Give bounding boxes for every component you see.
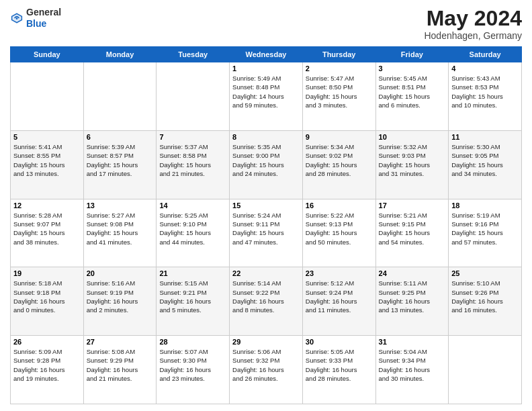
day-number: 14	[159, 201, 226, 210]
day-number: 4	[451, 64, 519, 73]
calendar-cell: 14Sunrise: 5:25 AM Sunset: 9:10 PM Dayli…	[157, 199, 230, 267]
day-number: 29	[232, 338, 300, 346]
svg-point-0	[16, 17, 18, 19]
day-info: Sunrise: 5:41 AM Sunset: 8:55 PM Dayligh…	[13, 142, 81, 178]
day-number: 8	[232, 133, 300, 141]
calendar-cell: 4Sunrise: 5:43 AM Sunset: 8:53 PM Daylig…	[449, 62, 522, 131]
day-number: 6	[87, 133, 154, 141]
day-number: 23	[306, 269, 373, 277]
day-number: 13	[87, 201, 154, 210]
calendar-cell: 17Sunrise: 5:21 AM Sunset: 9:15 PM Dayli…	[375, 199, 449, 267]
day-info: Sunrise: 5:18 AM Sunset: 9:18 PM Dayligh…	[13, 279, 81, 314]
day-info: Sunrise: 5:05 AM Sunset: 9:33 PM Dayligh…	[306, 347, 373, 383]
day-info: Sunrise: 5:08 AM Sunset: 9:29 PM Dayligh…	[87, 347, 154, 383]
day-info: Sunrise: 5:47 AM Sunset: 8:50 PM Dayligh…	[306, 74, 373, 109]
day-number: 12	[13, 201, 81, 210]
day-number: 5	[13, 133, 81, 141]
day-info: Sunrise: 5:04 AM Sunset: 9:34 PM Dayligh…	[379, 347, 446, 383]
day-number: 2	[306, 64, 373, 73]
calendar-cell: 29Sunrise: 5:06 AM Sunset: 9:32 PM Dayli…	[230, 336, 303, 404]
day-number: 17	[379, 201, 446, 210]
day-info: Sunrise: 5:11 AM Sunset: 9:25 PM Dayligh…	[379, 279, 446, 314]
day-info: Sunrise: 5:14 AM Sunset: 9:22 PM Dayligh…	[232, 279, 300, 314]
calendar-cell: 21Sunrise: 5:15 AM Sunset: 9:21 PM Dayli…	[157, 267, 230, 336]
day-number: 19	[13, 269, 81, 277]
calendar-cell: 2Sunrise: 5:47 AM Sunset: 8:50 PM Daylig…	[302, 62, 375, 131]
day-info: Sunrise: 5:43 AM Sunset: 8:53 PM Dayligh…	[451, 74, 519, 109]
calendar-cell: 31Sunrise: 5:04 AM Sunset: 9:34 PM Dayli…	[375, 336, 449, 404]
logo: General Blue	[10, 7, 61, 30]
day-number: 10	[379, 133, 446, 141]
day-number: 11	[451, 133, 519, 141]
days-of-week-row: SundayMondayTuesdayWednesdayThursdayFrid…	[11, 47, 522, 62]
calendar-week-row: 19Sunrise: 5:18 AM Sunset: 9:18 PM Dayli…	[11, 267, 522, 336]
day-of-week-header: Wednesday	[230, 47, 303, 62]
logo-blue: Blue	[26, 18, 46, 29]
day-info: Sunrise: 5:34 AM Sunset: 9:02 PM Dayligh…	[306, 142, 373, 178]
day-info: Sunrise: 5:49 AM Sunset: 8:48 PM Dayligh…	[232, 74, 300, 109]
calendar-cell: 27Sunrise: 5:08 AM Sunset: 9:29 PM Dayli…	[83, 336, 157, 404]
logo-general: General	[26, 7, 61, 17]
calendar-cell: 25Sunrise: 5:10 AM Sunset: 9:26 PM Dayli…	[449, 267, 522, 336]
day-number: 31	[379, 338, 446, 346]
month-title: May 2024	[424, 7, 522, 30]
calendar-cell	[11, 62, 84, 131]
day-info: Sunrise: 5:19 AM Sunset: 9:16 PM Dayligh…	[451, 211, 519, 246]
day-info: Sunrise: 5:27 AM Sunset: 9:08 PM Dayligh…	[87, 211, 154, 246]
calendar-cell: 11Sunrise: 5:30 AM Sunset: 9:05 PM Dayli…	[449, 130, 522, 199]
day-number: 15	[232, 201, 300, 210]
day-info: Sunrise: 5:12 AM Sunset: 9:24 PM Dayligh…	[306, 279, 373, 314]
day-number: 7	[159, 133, 226, 141]
day-number: 25	[451, 269, 519, 277]
calendar-week-row: 26Sunrise: 5:09 AM Sunset: 9:28 PM Dayli…	[11, 336, 522, 404]
day-info: Sunrise: 5:32 AM Sunset: 9:03 PM Dayligh…	[379, 142, 446, 178]
calendar-cell: 1Sunrise: 5:49 AM Sunset: 8:48 PM Daylig…	[230, 62, 303, 131]
calendar-cell: 15Sunrise: 5:24 AM Sunset: 9:11 PM Dayli…	[230, 199, 303, 267]
calendar-week-row: 1Sunrise: 5:49 AM Sunset: 8:48 PM Daylig…	[11, 62, 522, 131]
calendar-cell: 30Sunrise: 5:05 AM Sunset: 9:33 PM Dayli…	[302, 336, 375, 404]
day-info: Sunrise: 5:24 AM Sunset: 9:11 PM Dayligh…	[232, 211, 300, 246]
logo-text: General Blue	[26, 7, 61, 30]
calendar: SundayMondayTuesdayWednesdayThursdayFrid…	[10, 46, 522, 404]
calendar-cell: 24Sunrise: 5:11 AM Sunset: 9:25 PM Dayli…	[375, 267, 449, 336]
day-info: Sunrise: 5:09 AM Sunset: 9:28 PM Dayligh…	[13, 347, 81, 383]
day-info: Sunrise: 5:21 AM Sunset: 9:15 PM Dayligh…	[379, 211, 446, 246]
day-info: Sunrise: 5:45 AM Sunset: 8:51 PM Dayligh…	[379, 74, 446, 109]
calendar-cell: 23Sunrise: 5:12 AM Sunset: 9:24 PM Dayli…	[302, 267, 375, 336]
calendar-cell: 5Sunrise: 5:41 AM Sunset: 8:55 PM Daylig…	[11, 130, 84, 199]
day-number: 30	[306, 338, 373, 346]
day-number: 24	[379, 269, 446, 277]
day-info: Sunrise: 5:30 AM Sunset: 9:05 PM Dayligh…	[451, 142, 519, 178]
day-of-week-header: Thursday	[302, 47, 375, 62]
calendar-cell: 28Sunrise: 5:07 AM Sunset: 9:30 PM Dayli…	[157, 336, 230, 404]
calendar-cell: 16Sunrise: 5:22 AM Sunset: 9:13 PM Dayli…	[302, 199, 375, 267]
day-info: Sunrise: 5:06 AM Sunset: 9:32 PM Dayligh…	[232, 347, 300, 383]
page: General Blue May 2024 Hodenhagen, German…	[0, 0, 532, 411]
calendar-cell: 6Sunrise: 5:39 AM Sunset: 8:57 PM Daylig…	[83, 130, 157, 199]
day-number: 3	[379, 64, 446, 73]
day-info: Sunrise: 5:28 AM Sunset: 9:07 PM Dayligh…	[13, 211, 81, 246]
day-number: 18	[451, 201, 519, 210]
day-number: 22	[232, 269, 300, 277]
calendar-body: 1Sunrise: 5:49 AM Sunset: 8:48 PM Daylig…	[11, 62, 522, 404]
day-info: Sunrise: 5:15 AM Sunset: 9:21 PM Dayligh…	[159, 279, 226, 314]
day-number: 16	[306, 201, 373, 210]
calendar-cell: 18Sunrise: 5:19 AM Sunset: 9:16 PM Dayli…	[449, 199, 522, 267]
day-info: Sunrise: 5:22 AM Sunset: 9:13 PM Dayligh…	[306, 211, 373, 246]
calendar-cell: 26Sunrise: 5:09 AM Sunset: 9:28 PM Dayli…	[11, 336, 84, 404]
logo-icon	[10, 11, 24, 25]
calendar-cell: 20Sunrise: 5:16 AM Sunset: 9:19 PM Dayli…	[83, 267, 157, 336]
calendar-week-row: 12Sunrise: 5:28 AM Sunset: 9:07 PM Dayli…	[11, 199, 522, 267]
day-of-week-header: Monday	[83, 47, 157, 62]
day-of-week-header: Tuesday	[157, 47, 230, 62]
calendar-cell: 9Sunrise: 5:34 AM Sunset: 9:02 PM Daylig…	[302, 130, 375, 199]
day-info: Sunrise: 5:16 AM Sunset: 9:19 PM Dayligh…	[87, 279, 154, 314]
calendar-cell	[83, 62, 157, 131]
day-info: Sunrise: 5:07 AM Sunset: 9:30 PM Dayligh…	[159, 347, 226, 383]
day-info: Sunrise: 5:39 AM Sunset: 8:57 PM Dayligh…	[87, 142, 154, 178]
day-of-week-header: Friday	[375, 47, 449, 62]
day-of-week-header: Sunday	[11, 47, 84, 62]
day-number: 26	[13, 338, 81, 346]
day-number: 20	[87, 269, 154, 277]
calendar-cell: 22Sunrise: 5:14 AM Sunset: 9:22 PM Dayli…	[230, 267, 303, 336]
